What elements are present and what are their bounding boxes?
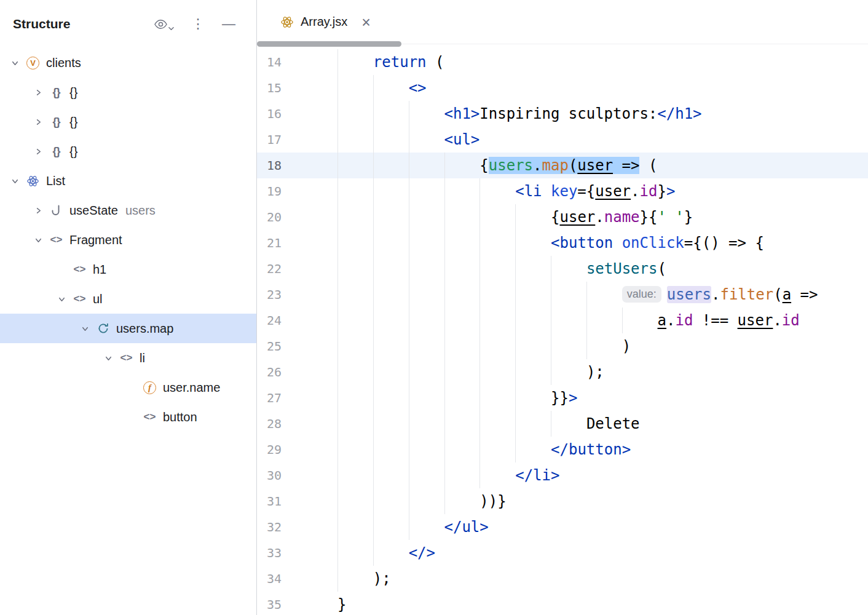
structure-item-usestate[interactable]: useStateusers <box>0 196 256 225</box>
code-line-35[interactable]: 35} <box>257 592 868 615</box>
code-line-30[interactable]: 30</li> <box>257 462 868 488</box>
chevron-right-icon[interactable] <box>33 207 43 215</box>
code-line-26[interactable]: 26); <box>257 359 868 385</box>
line-number: 18 <box>257 153 282 178</box>
structure-item-secondary: users <box>125 204 156 218</box>
indent-guide <box>373 385 374 411</box>
structure-item-label: li <box>140 351 145 365</box>
structure-item-label: {} <box>69 115 77 129</box>
chevron-right-icon[interactable] <box>33 118 43 126</box>
code-line-17[interactable]: 17<ul> <box>257 127 868 153</box>
code-text: <> <box>409 75 427 101</box>
code-line-22[interactable]: 22setUsers( <box>257 256 868 282</box>
indent-guide <box>409 333 409 359</box>
code-line-21[interactable]: 21<button onClick={() => { <box>257 230 868 256</box>
indent-guide <box>373 437 374 462</box>
line-number: 33 <box>257 540 282 566</box>
structure-item-label: {} <box>69 85 77 100</box>
indent-guide <box>586 282 587 308</box>
indent-guide <box>479 333 480 359</box>
indent-guide <box>515 411 516 437</box>
code-line-18[interactable]: 18{users.map(user => ( <box>257 153 868 178</box>
structure-item-users-map[interactable]: users.map <box>0 314 256 343</box>
code-line-34[interactable]: 34); <box>257 566 868 592</box>
code-line-14[interactable]: 14return ( <box>257 49 868 75</box>
tag-brackets-icon: <> <box>72 293 87 305</box>
panel-title: Structure <box>13 17 70 31</box>
code-line-27[interactable]: 27}}> <box>257 385 868 411</box>
indent-guide <box>337 101 338 127</box>
indent-guide <box>373 153 374 178</box>
structure-item-li[interactable]: <>li <box>0 343 256 373</box>
indent-guide <box>373 411 374 437</box>
code-line-20[interactable]: 20{user.name}{' '} <box>257 204 868 230</box>
code-text: a.id !== user.id <box>658 308 800 333</box>
indent-guide <box>444 462 445 488</box>
structure-item-button[interactable]: <>button <box>0 402 256 432</box>
code-line-24[interactable]: 24a.id !== user.id <box>257 308 868 333</box>
code-line-16[interactable]: 16<h1>Inspiring sculptors:</h1> <box>257 101 868 127</box>
structure-item-ul[interactable]: <>ul <box>0 284 256 314</box>
indent-guide <box>515 282 516 308</box>
code-line-33[interactable]: 33</> <box>257 540 868 566</box>
line-number: 30 <box>257 462 282 488</box>
structure-item-object-literal[interactable]: {}{} <box>0 137 256 166</box>
indent-guide <box>337 127 338 153</box>
structure-item-user-name[interactable]: fuser.name <box>0 373 256 402</box>
more-options-icon[interactable]: ⋮ <box>191 17 205 31</box>
code-line-25[interactable]: 25) <box>257 333 868 359</box>
structure-tool-window: Structure ⋮ — Vclients{}{}{}{}{}{}Listus… <box>0 0 256 615</box>
indent-guide <box>373 256 374 282</box>
code-line-32[interactable]: 32</ul> <box>257 514 868 540</box>
structure-item-clients[interactable]: Vclients <box>0 48 256 77</box>
indent-guide <box>515 204 516 230</box>
indent-guide <box>515 333 516 359</box>
indent-guide <box>479 308 480 333</box>
indent-guide <box>551 411 551 437</box>
horizontal-scrollbar-thumb[interactable] <box>257 41 401 47</box>
function-icon: f <box>142 381 157 394</box>
code-line-28[interactable]: 28Delete <box>257 411 868 437</box>
code-line-15[interactable]: 15<> <box>257 75 868 101</box>
indent-guide <box>515 308 516 333</box>
code-line-23[interactable]: 23value:users.filter(a => <box>257 282 868 308</box>
structure-item-list[interactable]: List <box>0 166 256 196</box>
chevron-right-icon[interactable] <box>33 89 43 97</box>
chevron-down-icon[interactable] <box>80 325 90 333</box>
chevron-right-icon[interactable] <box>33 148 43 156</box>
code-text: <li key={user.id}> <box>515 178 675 204</box>
structure-item-h1[interactable]: <>h1 <box>0 255 256 284</box>
line-number: 19 <box>257 178 282 204</box>
indent-guide <box>479 256 480 282</box>
indent-guide <box>444 437 445 462</box>
structure-item-label: useState <box>69 204 118 218</box>
indent-guide <box>373 230 374 256</box>
code-text: ); <box>373 566 391 592</box>
chevron-down-icon[interactable] <box>33 236 43 244</box>
chevron-down-icon[interactable] <box>10 59 20 67</box>
tab-array-jsx[interactable]: Array.jsx × <box>280 15 371 29</box>
code-text: setUsers( <box>586 256 666 282</box>
code-text: ) <box>622 333 631 359</box>
view-options-button[interactable] <box>154 17 174 31</box>
line-number: 17 <box>257 127 282 153</box>
code-line-19[interactable]: 19<li key={user.id}> <box>257 178 868 204</box>
structure-item-label: h1 <box>93 263 106 277</box>
hide-panel-icon[interactable]: — <box>222 17 235 31</box>
structure-item-object-literal[interactable]: {}{} <box>0 107 256 137</box>
chevron-down-icon[interactable] <box>103 354 113 362</box>
indent-guide <box>409 308 409 333</box>
indent-guide <box>373 178 374 204</box>
code-line-31[interactable]: 31))} <box>257 488 868 514</box>
indent-guide <box>373 101 374 127</box>
chevron-down-icon[interactable] <box>10 177 20 185</box>
indent-guide <box>373 204 374 230</box>
structure-item-fragment[interactable]: <>Fragment <box>0 225 256 255</box>
indent-guide <box>444 411 445 437</box>
code-line-29[interactable]: 29</button> <box>257 437 868 462</box>
structure-item-object-literal[interactable]: {}{} <box>0 77 256 107</box>
react-component-icon <box>25 175 41 188</box>
indent-guide <box>409 101 409 127</box>
tab-close-icon[interactable]: × <box>361 16 371 28</box>
chevron-down-icon[interactable] <box>57 295 66 303</box>
